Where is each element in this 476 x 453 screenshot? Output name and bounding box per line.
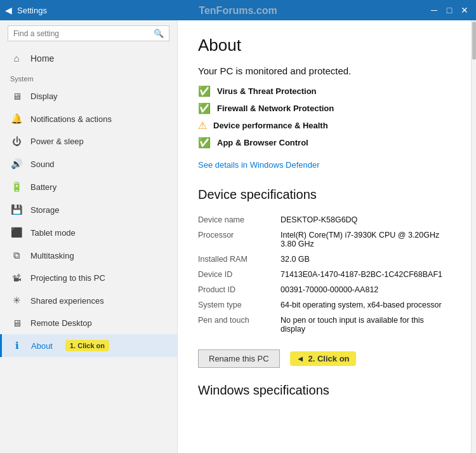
spec-label: Product ID — [198, 282, 281, 297]
device-spec-title: Device specifications — [198, 187, 451, 202]
sidebar-item-notifications[interactable]: 🔔 Notifications & actions — [0, 107, 177, 130]
security-item-firewall: ✅ Firewall & Network Protection — [198, 102, 451, 114]
table-row: Product ID 00391-70000-00000-AA812 — [198, 282, 451, 297]
sidebar-item-label: Sound — [30, 159, 55, 169]
security-label-2: Firewall & Network Protection — [217, 104, 334, 113]
sidebar-item-remote[interactable]: 🖥 Remote Desktop — [0, 312, 177, 334]
spec-label: Pen and touch — [198, 313, 281, 337]
sidebar-item-about[interactable]: ℹ About 1. Click on — [0, 334, 177, 357]
sidebar-item-display[interactable]: 🖥 Display — [0, 85, 177, 107]
spec-label: Processor — [198, 227, 281, 252]
search-box[interactable]: 🔍 — [8, 25, 169, 41]
security-item-device: ⚠ Device performance & Health — [198, 119, 451, 132]
sidebar-item-multitasking[interactable]: ⧉ Multitasking — [0, 244, 177, 267]
warning-icon: ⚠ — [198, 119, 207, 132]
security-item-virus: ✅ Virus & Threat Protection — [198, 85, 451, 97]
sidebar-item-label: Power & sleep — [30, 137, 84, 146]
section-label: System — [0, 70, 177, 85]
sidebar-item-projecting[interactable]: 📽 Projecting to this PC — [0, 267, 177, 289]
table-row: System type 64-bit operating system, x64… — [198, 297, 451, 313]
scrollbar-track[interactable] — [471, 20, 476, 453]
windows-spec-title: Windows specifications — [198, 383, 451, 398]
sidebar-item-label: Shared experiences — [30, 296, 104, 306]
green-check-icon-1: ✅ — [198, 85, 211, 97]
click-annotation-1: 1. Click on — [65, 340, 109, 351]
rename-button[interactable]: Rename this PC — [198, 349, 280, 368]
sound-icon: 🔊 — [10, 158, 23, 170]
spec-value: No pen or touch input is available for t… — [281, 313, 451, 337]
main-content: About Your PC is monitored and protected… — [178, 20, 471, 453]
sidebar-item-tablet[interactable]: ⬛ Tablet mode — [0, 221, 177, 244]
green-check-icon-3: ✅ — [198, 137, 211, 149]
spec-value: 64-bit operating system, x64-based proce… — [281, 297, 451, 313]
spec-value: 32.0 GB — [281, 252, 451, 267]
sidebar-item-storage[interactable]: 💾 Storage — [0, 198, 177, 221]
sidebar-item-label: Notifications & actions — [30, 114, 112, 124]
home-icon: ⌂ — [10, 53, 23, 64]
spec-value: Intel(R) Core(TM) i7-3930K CPU @ 3.20GHz… — [281, 227, 451, 252]
protected-text: Your PC is monitored and protected. — [198, 65, 451, 76]
title-bar-left: ◀ Settings — [5, 5, 47, 15]
close-button[interactable]: ✕ — [458, 4, 471, 17]
sidebar-item-power[interactable]: ⏻ Power & sleep — [0, 130, 177, 152]
tablet-icon: ⬛ — [10, 227, 23, 238]
spec-label: System type — [198, 297, 281, 313]
security-label-3: Device performance & Health — [213, 121, 328, 130]
maximize-button[interactable]: □ — [443, 4, 456, 17]
sidebar-item-battery[interactable]: 🔋 Battery — [0, 175, 177, 198]
spec-value: 00391-70000-00000-AA812 — [281, 282, 451, 297]
sidebar-item-label: Battery — [30, 182, 56, 192]
spec-value: 71413E0A-1470-4187-B2BC-1C42CF68BAF1 — [281, 267, 451, 282]
spec-table: Device name DESKTOP-K58G6DQ Processor In… — [198, 212, 451, 337]
app-container: 🔍 ⌂ Home System 🖥 Display 🔔 Notification… — [0, 20, 476, 453]
table-row: Device ID 71413E0A-1470-4187-B2BC-1C42CF… — [198, 267, 451, 282]
sidebar-item-shared[interactable]: ✳ Shared experiences — [0, 289, 177, 312]
app-title: Settings — [17, 6, 47, 15]
spec-value: DESKTOP-K58G6DQ — [281, 212, 451, 227]
sidebar-item-sound[interactable]: 🔊 Sound — [0, 152, 177, 175]
search-input[interactable] — [13, 29, 154, 38]
table-row: Installed RAM 32.0 GB — [198, 252, 451, 267]
sidebar-item-label: Projecting to this PC — [30, 273, 105, 283]
sidebar: 🔍 ⌂ Home System 🖥 Display 🔔 Notification… — [0, 20, 178, 453]
minimize-button[interactable]: ─ — [428, 4, 440, 17]
spec-label: Device name — [198, 212, 281, 227]
storage-icon: 💾 — [10, 204, 23, 215]
multitasking-icon: ⧉ — [10, 250, 23, 261]
notifications-icon: 🔔 — [10, 113, 23, 125]
scrollbar-thumb[interactable] — [472, 22, 476, 60]
display-icon: 🖥 — [10, 91, 23, 102]
table-row: Processor Intel(R) Core(TM) i7-3930K CPU… — [198, 227, 451, 252]
battery-icon: 🔋 — [10, 181, 23, 193]
sidebar-item-label: About — [31, 341, 53, 351]
arrow-right-icon: ◄ — [296, 354, 305, 363]
about-icon: ℹ — [11, 340, 23, 351]
search-icon: 🔍 — [154, 29, 164, 38]
sidebar-item-label: Remote Desktop — [30, 318, 92, 328]
sidebar-item-label: Multitasking — [30, 251, 74, 260]
table-row: Device name DESKTOP-K58G6DQ — [198, 212, 451, 227]
sidebar-item-home[interactable]: ⌂ Home — [0, 46, 177, 70]
sidebar-item-label: Tablet mode — [30, 228, 76, 238]
spec-label: Device ID — [198, 267, 281, 282]
projecting-icon: 📽 — [10, 273, 23, 283]
security-item-browser: ✅ App & Browser Control — [198, 137, 451, 149]
spec-label: Installed RAM — [198, 252, 281, 267]
security-label-4: App & Browser Control — [217, 138, 308, 147]
power-icon: ⏻ — [10, 136, 23, 147]
security-label-1: Virus & Threat Protection — [217, 86, 317, 96]
rename-row: Rename this PC ◄ 2. Click on — [198, 349, 451, 368]
watermark: TenForums.com — [199, 5, 277, 17]
sidebar-item-label: Storage — [30, 205, 60, 215]
sidebar-item-label: Display — [30, 91, 58, 101]
home-label: Home — [30, 53, 54, 64]
title-bar-controls: ─ □ ✕ — [428, 4, 471, 17]
green-check-icon-2: ✅ — [198, 102, 211, 114]
click-annotation-2: ◄ 2. Click on — [290, 351, 356, 366]
about-title: About — [198, 36, 451, 55]
table-row: Pen and touch No pen or touch input is a… — [198, 313, 451, 337]
defender-link[interactable]: See details in Windows Defender — [198, 160, 320, 170]
shared-icon: ✳ — [10, 295, 23, 306]
back-button[interactable]: ◀ — [5, 5, 12, 15]
remote-icon: 🖥 — [10, 318, 23, 328]
